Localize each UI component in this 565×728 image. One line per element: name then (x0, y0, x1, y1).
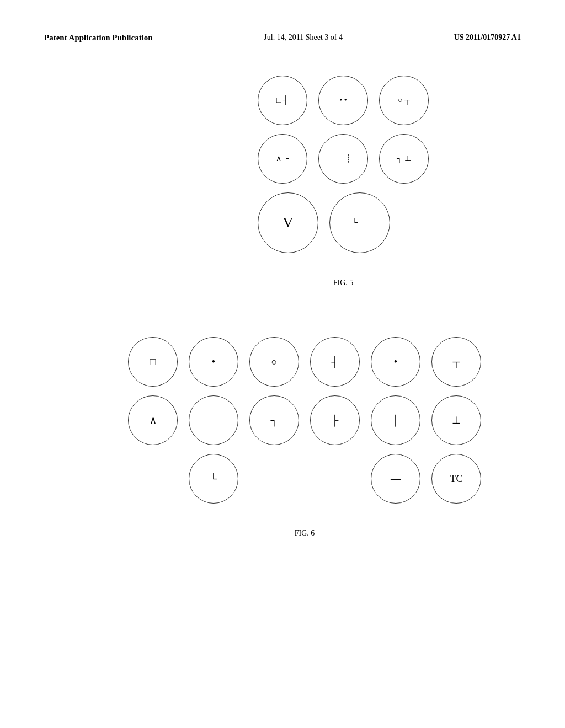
fig5-symbol-3: ○ ┬ (398, 97, 410, 104)
fig6-symbol-3: ○ (271, 357, 278, 367)
fig6-symbol-8: — (209, 415, 218, 425)
fig6-circle-3: ○ (249, 337, 299, 387)
fig6-row-2: ∧ — ┐ ├ │ ⊥ (128, 395, 481, 445)
fig6-circle-12: ⊥ (431, 395, 481, 445)
fig5-circle-3: ○ ┬ (379, 76, 429, 125)
fig6-symbol-11: │ (392, 415, 399, 425)
fig5-circle-6: ┐ ⊥ (379, 134, 429, 184)
fig5-circle-2: • • (318, 76, 368, 125)
fig6-row-1: □ • ○ ┤ • ┬ (128, 337, 481, 387)
fig6-symbol-5: • (394, 357, 397, 367)
fig6-symbol-12: ⊥ (452, 415, 461, 425)
fig5-circle-1: □ ┤ (258, 76, 307, 125)
fig6-circle-8: — (189, 395, 238, 445)
fig5-symbol-8: └ — (352, 219, 367, 227)
fig5-circle-5: — ┊ (318, 134, 368, 184)
fig5-symbol-4: ∧ ├ (276, 155, 289, 163)
fig6-symbol-9: ┐ (271, 415, 278, 425)
fig6-symbol-13: └ (210, 474, 217, 484)
fig5-row-3: V └ — (258, 192, 390, 253)
fig5-symbol-5: — ┊ (336, 155, 350, 163)
fig6-circle-14: — (371, 454, 420, 504)
fig6-symbol-4: ┤ (332, 357, 339, 367)
fig5-circle-8: └ — (329, 192, 390, 253)
fig5-symbol-2: • • (339, 97, 347, 104)
fig5-symbol-7: V (283, 216, 294, 230)
patent-number: US 2011/0170927 A1 (454, 33, 521, 42)
fig6-circle-15: TC (431, 454, 481, 504)
fig6-symbol-6: ┬ (453, 357, 460, 367)
fig5-circle-4: ∧ ├ (258, 134, 307, 184)
fig6-symbol-2: • (212, 357, 215, 367)
page: Patent Application Publication Jul. 14, … (0, 0, 565, 728)
fig6-symbol-14: — (391, 474, 401, 484)
page-header: Patent Application Publication Jul. 14, … (44, 33, 521, 42)
fig5-symbol-6: ┐ ⊥ (397, 155, 411, 163)
fig6-circle-5: • (371, 337, 420, 387)
fig6-symbol-10: ├ (332, 415, 339, 425)
fig5-symbol-1: □ ┤ (276, 97, 289, 104)
fig6-circle-6: ┬ (431, 337, 481, 387)
fig6-symbol-7: ∧ (150, 415, 157, 425)
fig5-row-1: □ ┤ • • ○ ┬ (258, 76, 429, 125)
fig6-circle-10: ├ (310, 395, 360, 445)
fig6-circle-11: │ (371, 395, 420, 445)
fig6-circle-4: ┤ (310, 337, 360, 387)
fig5-row-2: ∧ ├ — ┊ ┐ ⊥ (258, 134, 429, 184)
figure-5-section: □ ┤ • • ○ ┬ ∧ ├ — ┊ ┐ ⊥ (166, 76, 521, 287)
publication-label: Patent Application Publication (44, 33, 153, 42)
fig6-circle-2: • (189, 337, 238, 387)
fig5-circle-7: V (258, 192, 318, 253)
fig6-circle-7: ∧ (128, 395, 178, 445)
fig6-circles: □ • ○ ┤ • ┬ (128, 337, 481, 512)
sheet-info: Jul. 14, 2011 Sheet 3 of 4 (264, 33, 343, 42)
fig6-symbol-15: TC (450, 474, 462, 484)
fig5-circles: □ ┤ • • ○ ┬ ∧ ├ — ┊ ┐ ⊥ (258, 76, 429, 262)
fig6-row-3: └ — TC (128, 454, 481, 504)
fig6-circle-13: └ (189, 454, 238, 504)
fig6-circle-1: □ (128, 337, 178, 387)
fig6-symbol-1: □ (150, 357, 156, 367)
figure-6-section: □ • ○ ┤ • ┬ (88, 337, 521, 538)
fig6-circle-9: ┐ (249, 395, 299, 445)
fig5-label: FIG. 5 (333, 279, 354, 287)
fig6-label: FIG. 6 (295, 529, 315, 538)
